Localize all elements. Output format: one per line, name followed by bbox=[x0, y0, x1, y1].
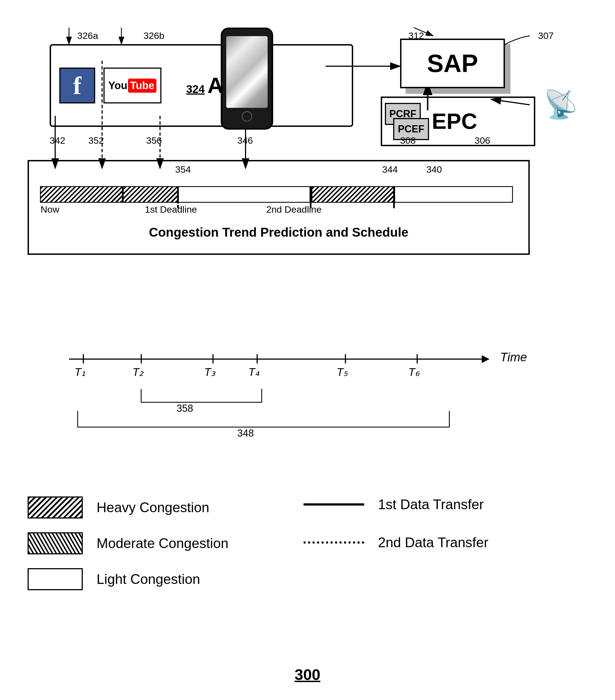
bar-heavy-2 bbox=[123, 186, 178, 203]
tick-t6 bbox=[417, 354, 418, 363]
ref-340: 340 bbox=[426, 164, 442, 175]
ref-326a: 326a bbox=[77, 30, 98, 41]
ref-352: 352 bbox=[88, 135, 104, 146]
label-t2: T₂ bbox=[133, 366, 144, 378]
sap-area: SAP bbox=[400, 39, 532, 88]
ref-307: 307 bbox=[538, 30, 554, 41]
tick-t3 bbox=[212, 354, 213, 363]
ref-354: 354 bbox=[175, 164, 191, 175]
legend-light-row: Light Congestion bbox=[28, 568, 276, 590]
ref-344: 344 bbox=[382, 164, 398, 175]
tower-icon: 📡 bbox=[543, 88, 578, 121]
legend-light-text: Light Congestion bbox=[97, 571, 200, 587]
tick-t5 bbox=[345, 354, 346, 363]
legend-heavy-row: Heavy Congestion bbox=[28, 497, 276, 518]
time-axis: T₁ T₂ T₃ T₄ T₅ T₆ Time bbox=[69, 359, 524, 360]
tick-t2 bbox=[141, 354, 142, 363]
legend-light-box bbox=[28, 568, 83, 590]
tick-t4 bbox=[257, 354, 258, 363]
bar-light-1 bbox=[178, 186, 310, 203]
legend-solid-line bbox=[304, 503, 364, 505]
legend-data2-row: 2nd Data Transfer bbox=[304, 535, 579, 550]
time-arrow bbox=[482, 355, 490, 363]
legend-data1-text: 1st Data Transfer bbox=[378, 497, 484, 512]
label-t3: T₃ bbox=[204, 366, 215, 378]
bar-heavy-1 bbox=[40, 186, 123, 203]
legend-moderate-text: Moderate Congestion bbox=[97, 535, 229, 551]
legend-dotted-line bbox=[304, 541, 364, 543]
ref-326b: 326b bbox=[144, 30, 164, 41]
bar-heavy-3 bbox=[311, 186, 394, 203]
bar-label-deadline1: 1st Deadline bbox=[145, 204, 197, 215]
facebook-logo: f bbox=[59, 67, 95, 103]
legend-heavy-text: Heavy Congestion bbox=[97, 500, 209, 515]
schedule-box: 354 344 340 No bbox=[28, 160, 530, 255]
legend-moderate-box bbox=[28, 532, 83, 554]
ref-306: 306 bbox=[475, 135, 490, 146]
bracket-348 bbox=[77, 411, 450, 427]
label-t5: T₅ bbox=[336, 366, 348, 378]
youtube-logo: YouTube bbox=[103, 67, 161, 103]
legend-heavy-box bbox=[28, 497, 83, 518]
vline-344 bbox=[393, 186, 395, 208]
ref-348: 348 bbox=[237, 427, 254, 439]
ref-308: 308 bbox=[400, 135, 416, 146]
page-number: 300 bbox=[295, 665, 320, 684]
tick-t1 bbox=[83, 354, 84, 363]
api-container: f YouTube 324 API bbox=[50, 44, 353, 127]
bar-light-2 bbox=[394, 186, 513, 203]
bracket-358 bbox=[141, 389, 262, 403]
bar-label-now: Now bbox=[40, 204, 59, 215]
bar-label-deadline2: 2nd Deadline bbox=[266, 204, 321, 215]
legend-data1-row: 1st Data Transfer bbox=[304, 497, 579, 512]
phone bbox=[221, 28, 273, 130]
epc-label: EPC bbox=[432, 109, 477, 134]
ref-342: 342 bbox=[50, 135, 65, 146]
label-t6: T₆ bbox=[408, 366, 419, 378]
ref-346: 346 bbox=[237, 135, 253, 146]
ref-356: 356 bbox=[146, 135, 162, 146]
legend-data2-text: 2nd Data Transfer bbox=[378, 535, 488, 550]
legend-moderate-row: Moderate Congestion bbox=[28, 532, 276, 554]
time-label: Time bbox=[500, 350, 527, 364]
schedule-title: Congestion Trend Prediction and Schedule bbox=[40, 225, 517, 240]
sap-box: SAP bbox=[400, 39, 505, 88]
label-t1: T₁ bbox=[74, 366, 86, 378]
label-t4: T₄ bbox=[248, 366, 259, 378]
